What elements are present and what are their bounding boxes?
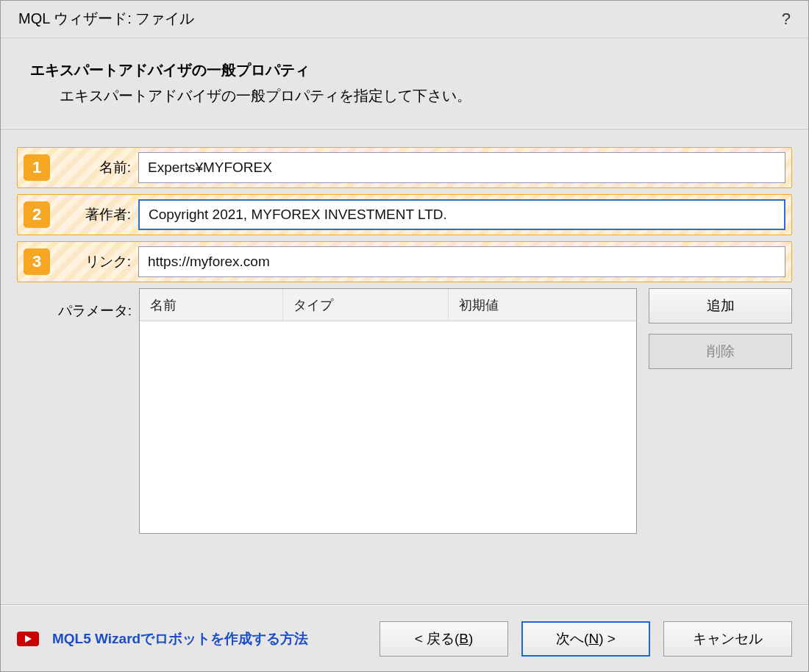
parameter-table[interactable]: 名前 タイプ 初期値 xyxy=(139,288,637,534)
row-parameters: パラメータ: 名前 タイプ 初期値 追加 削除 xyxy=(17,288,792,534)
back-pre: < 戻る( xyxy=(415,631,460,646)
next-u: N xyxy=(588,631,599,646)
main-content: 1 名前: 2 著作者: 3 リンク: パラメータ: 名前 タイプ 初期値 xyxy=(1,129,808,605)
back-button[interactable]: < 戻る(B) xyxy=(379,621,508,657)
footer: MQL5 Wizardでロボットを作成する方法 < 戻る(B) 次へ(N) > … xyxy=(1,605,808,671)
name-input[interactable] xyxy=(138,152,785,183)
help-icon[interactable]: ? xyxy=(782,10,791,29)
label-parameters: パラメータ: xyxy=(17,288,139,321)
badge-2: 2 xyxy=(24,201,50,228)
next-post: ) > xyxy=(599,631,616,646)
next-button[interactable]: 次へ(N) > xyxy=(521,621,650,657)
back-u: B xyxy=(459,631,468,646)
help-link[interactable]: MQL5 Wizardでロボットを作成する方法 xyxy=(52,629,308,648)
row-name: 1 名前: xyxy=(17,147,792,188)
header-title: エキスパートアドバイザの一般プロパティ xyxy=(30,60,779,80)
link-input[interactable] xyxy=(138,246,785,277)
col-header-name[interactable]: 名前 xyxy=(140,289,283,321)
badge-1: 1 xyxy=(24,154,50,181)
delete-button: 削除 xyxy=(649,334,792,369)
param-table-wrap: 名前 タイプ 初期値 xyxy=(139,288,637,534)
titlebar: MQL ウィザード: ファイル ? xyxy=(1,1,808,37)
back-post: ) xyxy=(468,631,473,646)
label-link: リンク: xyxy=(50,252,131,271)
param-table-header: 名前 タイプ 初期値 xyxy=(140,289,636,321)
row-link: 3 リンク: xyxy=(17,241,792,282)
add-button[interactable]: 追加 xyxy=(649,288,792,324)
header-section: エキスパートアドバイザの一般プロパティ エキスパートアドバイザの一般プロパティを… xyxy=(1,37,808,129)
col-header-initial[interactable]: 初期値 xyxy=(449,289,636,321)
footer-buttons: < 戻る(B) 次へ(N) > キャンセル xyxy=(379,621,792,657)
next-pre: 次へ( xyxy=(556,631,588,646)
youtube-icon[interactable] xyxy=(17,632,39,646)
wizard-window: MQL ウィザード: ファイル ? エキスパートアドバイザの一般プロパティ エキ… xyxy=(0,0,809,672)
label-name: 名前: xyxy=(50,158,131,177)
col-header-type[interactable]: タイプ xyxy=(283,289,449,321)
row-author: 2 著作者: xyxy=(17,194,792,235)
author-input[interactable] xyxy=(138,199,785,230)
cancel-button[interactable]: キャンセル xyxy=(663,621,792,657)
param-button-group: 追加 削除 xyxy=(649,288,792,369)
badge-3: 3 xyxy=(24,249,50,275)
label-author: 著作者: xyxy=(50,205,131,224)
header-description: エキスパートアドバイザの一般プロパティを指定して下さい。 xyxy=(60,86,779,106)
window-title: MQL ウィザード: ファイル xyxy=(18,9,194,29)
